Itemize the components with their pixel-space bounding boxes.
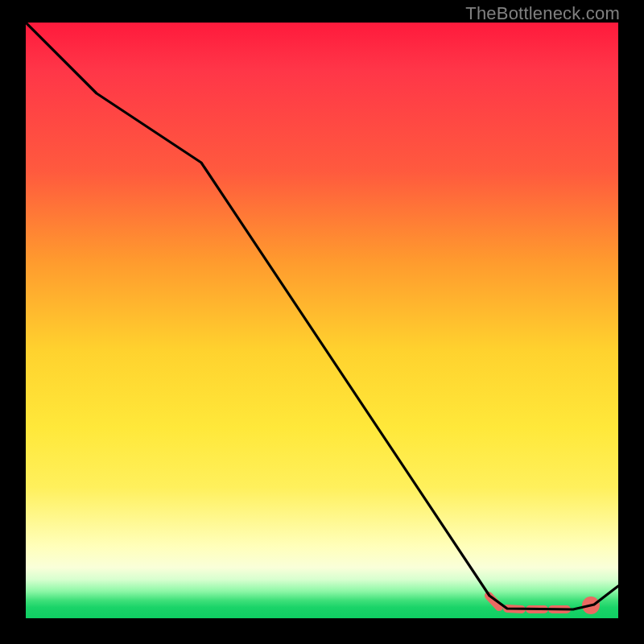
svg-line-0 bbox=[489, 596, 499, 607]
chart-frame: TheBottleneck.com bbox=[0, 0, 644, 644]
valley-markers bbox=[489, 596, 596, 610]
plot-area bbox=[26, 23, 618, 618]
svg-line-1 bbox=[507, 609, 522, 609]
bottleneck-line bbox=[26, 23, 618, 618]
curve-path bbox=[26, 23, 618, 609]
svg-point-4 bbox=[586, 601, 596, 610]
watermark-text: TheBottleneck.com bbox=[465, 3, 620, 24]
